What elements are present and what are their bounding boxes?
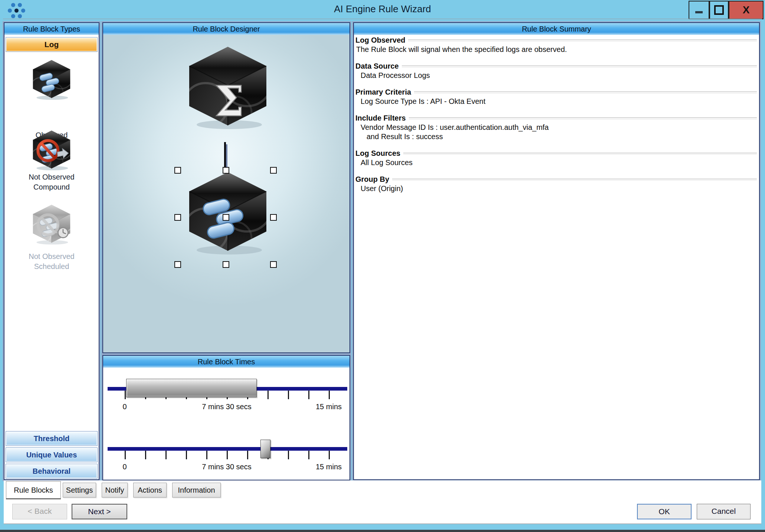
slider-tick: [125, 390, 126, 399]
slider-tick: [145, 450, 146, 459]
slider1-label-max: 15 mins: [299, 403, 358, 411]
tab-actions[interactable]: Actions: [133, 483, 167, 497]
slider-tick: [247, 450, 248, 459]
summary-section-data-source: Data Source Data Processor Logs: [355, 61, 757, 80]
slider-tick: [206, 450, 207, 459]
unique-values-category-button[interactable]: Unique Values: [6, 447, 98, 462]
selection-handle[interactable]: [223, 214, 229, 221]
minimize-button[interactable]: [689, 1, 709, 19]
slider2-label-min: 0: [114, 463, 136, 471]
sigma-rule-block-cube[interactable]: Σ: [182, 42, 274, 131]
rule-block-types-panel: Rule Block Types Log Observed Not Observ…: [4, 22, 99, 480]
slider-tick: [288, 450, 289, 459]
not-observed-scheduled-label: Not Observed Scheduled: [4, 252, 99, 272]
summary-section-group-by: Group By User (Origin): [355, 174, 757, 193]
close-icon: X: [743, 4, 750, 16]
cancel-button[interactable]: Cancel: [697, 504, 751, 519]
rule-block-summary-header: Rule Block Summary: [354, 23, 759, 35]
rule-block-times-panel: Rule Block Times 0 7 mins 30 secs 15 min…: [102, 355, 350, 480]
not-observed-compound-label: Not Observed Compound: [4, 172, 99, 192]
slider-tick: [186, 450, 187, 459]
slider-tick: [267, 390, 269, 399]
selection-handle[interactable]: [174, 261, 181, 268]
selection-handle[interactable]: [223, 261, 229, 268]
next-button[interactable]: Next >: [72, 504, 127, 519]
minimize-icon: [695, 11, 703, 13]
slider2-label-max: 15 mins: [299, 463, 358, 471]
bottom-bar: Rule Blocks Settings Notify Actions Info…: [4, 480, 761, 524]
selection-handle[interactable]: [270, 167, 277, 174]
close-button[interactable]: X: [729, 1, 764, 19]
not-observed-scheduled-cube-icon[interactable]: [29, 203, 74, 246]
behavioral-category-button[interactable]: Behavioral: [6, 464, 98, 479]
svg-text:Σ: Σ: [214, 77, 244, 125]
slider2-track[interactable]: [108, 447, 347, 451]
maximize-button[interactable]: [709, 1, 729, 19]
window-title: AI Engine Rule Wizard: [0, 3, 765, 15]
slider-tick: [125, 450, 126, 459]
selection-handle[interactable]: [270, 214, 277, 221]
observed-cube-icon[interactable]: [29, 58, 74, 101]
tab-notify[interactable]: Notify: [102, 483, 128, 497]
slider-tick: [308, 390, 309, 399]
rule-block-designer-panel: Rule Block Designer Σ: [102, 22, 350, 353]
tab-settings[interactable]: Settings: [63, 483, 96, 497]
slider-tick: [329, 450, 330, 459]
summary-section-log-sources: Log Sources All Log Sources: [355, 148, 757, 167]
active-tab-underline: [6, 498, 61, 499]
summary-section-log-observed: Log Observed The Rule Block will signal …: [355, 35, 757, 54]
rule-block-summary-panel: Rule Block Summary Log Observed The Rule…: [353, 22, 760, 480]
maximize-icon: [714, 5, 724, 15]
slider-tick: [165, 450, 167, 459]
not-observed-compound-cube-icon[interactable]: [29, 128, 74, 171]
tab-rule-blocks[interactable]: Rule Blocks: [6, 481, 61, 498]
slider-tick: [227, 450, 228, 459]
connector-line-highlight: [226, 144, 227, 167]
window-bottom-edge: [0, 530, 765, 532]
ok-button[interactable]: OK: [637, 504, 692, 519]
selection-handle[interactable]: [270, 261, 277, 268]
tab-information[interactable]: Information: [172, 483, 221, 497]
slider-tick: [288, 390, 289, 399]
rule-block-designer-header: Rule Block Designer: [103, 23, 349, 35]
slider1-label-min: 0: [114, 403, 136, 411]
log-category-button[interactable]: Log: [6, 37, 98, 52]
selected-log-rule-block-cube[interactable]: [183, 168, 272, 257]
titlebar-divider: [3, 19, 762, 19]
slider2-ticks: [108, 450, 347, 460]
slider2-label-mid: 7 mins 30 secs: [182, 463, 271, 471]
threshold-category-button[interactable]: Threshold: [6, 431, 98, 446]
summary-section-primary-criteria: Primary Criteria Log Source Type Is : AP…: [355, 87, 757, 106]
rule-block-times-header: Rule Block Times: [103, 356, 349, 368]
summary-section-include-filters: Include Filters Vendor Message ID Is : u…: [355, 113, 757, 141]
selection-handle[interactable]: [174, 214, 181, 221]
back-button[interactable]: < Back: [12, 504, 67, 519]
slider-tick: [308, 450, 309, 459]
selection-handle[interactable]: [223, 167, 229, 174]
selection-handle[interactable]: [174, 167, 181, 174]
summary-body: Log Observed The Rule Block will signal …: [355, 35, 757, 200]
slider1-label-mid: 7 mins 30 secs: [182, 403, 271, 411]
slider2-thumb[interactable]: [260, 440, 270, 458]
slider1-range-bar[interactable]: [126, 379, 257, 397]
slider-tick: [329, 390, 330, 399]
rule-block-types-header: Rule Block Types: [4, 23, 99, 35]
